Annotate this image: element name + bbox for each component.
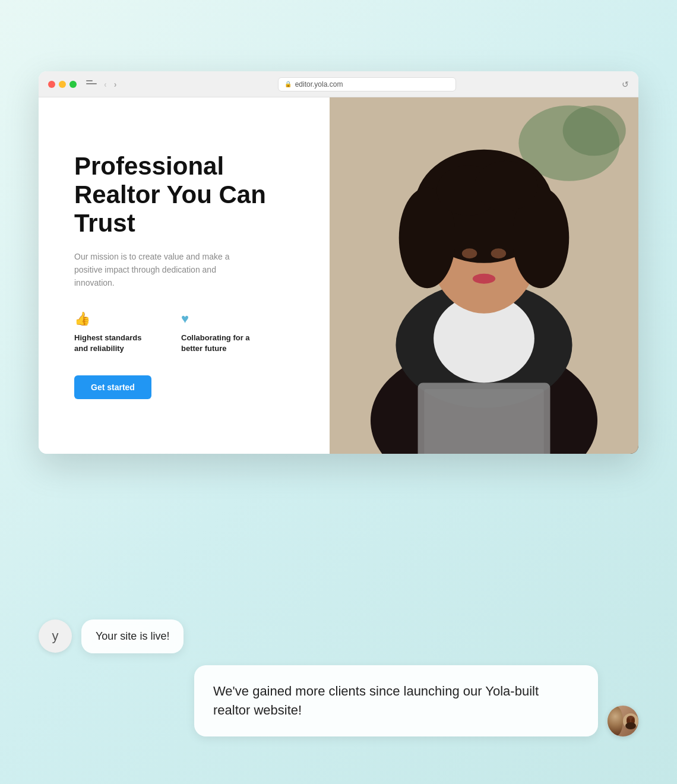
feature-item-2: ♥ Collaborating for a better future [181, 311, 264, 354]
heart-icon: ♥ [181, 311, 264, 327]
person-svg [330, 97, 638, 454]
chat-section: y Your site is live! We've gained more c… [39, 619, 638, 736]
browser-window: ‹ › 🔒 editor.yola.com ↺ Professional Rea… [39, 71, 638, 454]
get-started-button[interactable]: Get started [74, 375, 151, 399]
feature-item-1: 👍 Highest standards and reliability [74, 311, 157, 354]
traffic-lights [48, 81, 77, 88]
thumbsup-icon: 👍 [74, 311, 157, 327]
right-panel: Unsplash+ Unsplash+ Unsplash+ Unsplash+ … [330, 97, 638, 454]
features-row: 👍 Highest standards and reliability ♥ Co… [74, 311, 300, 354]
browser-chrome: ‹ › 🔒 editor.yola.com ↺ [39, 71, 638, 97]
svg-rect-16 [424, 389, 544, 454]
website-content: Professional Realtor You Can Trust Our m… [39, 97, 638, 454]
svg-point-12 [462, 248, 477, 258]
feature2-text: Collaborating for a better future [181, 333, 264, 354]
avatar-svg [623, 706, 638, 736]
hero-image: Unsplash+ Unsplash+ Unsplash+ Unsplash+ … [330, 97, 638, 454]
svg-point-22 [625, 722, 636, 729]
maximize-button[interactable] [69, 81, 77, 88]
lock-icon: 🔒 [284, 81, 292, 87]
chat-message-row-1: y Your site is live! [39, 619, 638, 653]
chat-message-row-2: We've gained more clients since launchin… [39, 665, 638, 736]
minimize-button[interactable] [59, 81, 66, 88]
refresh-button[interactable]: ↺ [622, 80, 629, 89]
svg-point-14 [473, 274, 495, 284]
hero-subtitle: Our mission is to create value and make … [74, 250, 241, 290]
chat-bubble-2: We've gained more clients since launchin… [194, 665, 598, 736]
yola-avatar: y [39, 619, 72, 653]
svg-point-2 [563, 105, 626, 156]
url-text: editor.yola.com [295, 80, 343, 88]
chat-bubble-1: Your site is live! [81, 619, 184, 653]
left-panel: Professional Realtor You Can Trust Our m… [39, 97, 330, 454]
feature1-text: Highest standards and reliability [74, 333, 157, 354]
address-bar[interactable]: 🔒 editor.yola.com [278, 77, 456, 91]
back-button[interactable]: ‹ [104, 80, 107, 88]
user-avatar [608, 706, 638, 736]
close-button[interactable] [48, 81, 55, 88]
svg-point-13 [491, 248, 506, 258]
browser-controls [86, 80, 97, 88]
svg-point-11 [474, 161, 537, 211]
sidebar-toggle-icon[interactable] [86, 80, 97, 88]
forward-button[interactable]: › [114, 80, 117, 88]
hero-title: Professional Realtor You Can Trust [74, 152, 300, 238]
